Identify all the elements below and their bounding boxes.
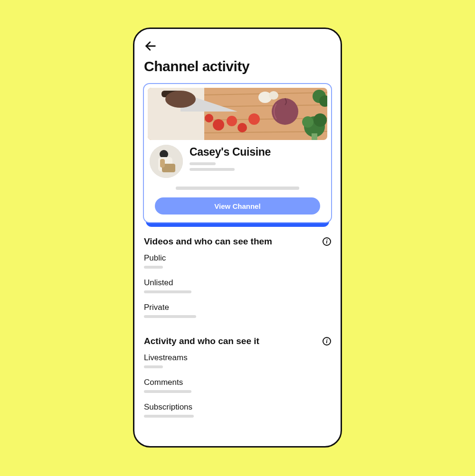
svg-point-9	[165, 91, 196, 108]
channel-card: Casey's Cuisine View Channel	[143, 83, 332, 223]
channel-name: Casey's Cuisine	[190, 146, 325, 159]
list-item-label: Livestreams	[144, 353, 331, 363]
page-title: Channel activity	[144, 58, 331, 75]
svg-point-20	[314, 113, 327, 127]
svg-point-13	[248, 113, 260, 125]
svg-rect-28	[160, 159, 165, 168]
list-item-label: Unlisted	[144, 278, 331, 288]
placeholder-line	[176, 187, 299, 190]
placeholder-line	[144, 365, 163, 368]
placeholder-line	[144, 290, 191, 293]
channel-banner-image	[148, 88, 327, 140]
info-icon[interactable]: i	[323, 337, 331, 345]
list-item-label: Subscriptions	[144, 402, 331, 412]
back-arrow-icon[interactable]	[144, 39, 157, 53]
section-title-activity: Activity and who can see it	[144, 336, 259, 346]
svg-point-12	[238, 123, 247, 132]
list-item-label: Comments	[144, 378, 331, 387]
channel-avatar	[150, 145, 183, 178]
svg-point-14	[205, 114, 213, 122]
section-header-videos: Videos and who can see them i	[144, 236, 331, 247]
section-header-activity: Activity and who can see it i	[144, 336, 331, 346]
placeholder-line	[190, 168, 235, 171]
svg-point-10	[213, 119, 224, 131]
svg-rect-21	[312, 133, 317, 140]
placeholder-line	[144, 390, 191, 393]
svg-point-15	[272, 98, 298, 125]
svg-point-11	[227, 116, 237, 126]
phone-frame: Channel activity	[133, 28, 342, 448]
placeholder-line	[144, 315, 196, 318]
list-item-unlisted[interactable]: Unlisted	[144, 278, 331, 293]
section-title-videos: Videos and who can see them	[144, 236, 272, 247]
placeholder-line	[144, 266, 163, 269]
list-item-label: Private	[144, 303, 331, 312]
list-item-livestreams[interactable]: Livestreams	[144, 353, 331, 368]
list-item-private[interactable]: Private	[144, 303, 331, 318]
info-icon[interactable]: i	[323, 237, 331, 246]
list-item-comments[interactable]: Comments	[144, 378, 331, 393]
list-item-subscriptions[interactable]: Subscriptions	[144, 402, 331, 418]
list-item-label: Public	[144, 253, 331, 263]
list-item-public[interactable]: Public	[144, 253, 331, 269]
placeholder-line	[190, 162, 216, 165]
view-channel-button[interactable]: View Channel	[155, 197, 320, 215]
svg-point-17	[269, 91, 278, 100]
svg-point-19	[302, 116, 314, 128]
placeholder-line	[144, 415, 194, 418]
